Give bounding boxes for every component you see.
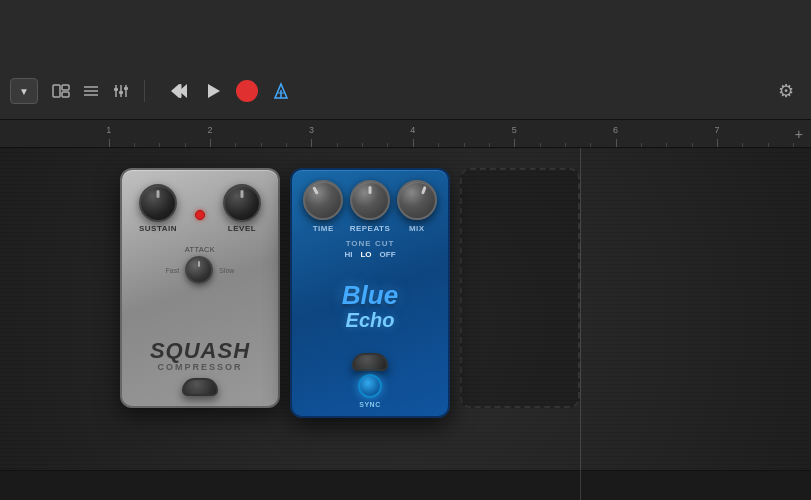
sync-label: Sync xyxy=(359,401,380,408)
connector-strip xyxy=(0,470,811,500)
tone-lo-option[interactable]: LO xyxy=(360,250,371,259)
echo-brand: Blue Echo xyxy=(342,281,398,332)
level-knob[interactable] xyxy=(223,184,261,222)
attack-row: Fast Slow xyxy=(166,256,235,284)
ruler: + 12345678 xyxy=(0,120,811,148)
squash-brand-sub: COMPRESSOR xyxy=(150,362,250,372)
rewind-button[interactable] xyxy=(165,77,193,105)
pedalboard: SUSTAIN LEVEL ATTACK Fast Slow xyxy=(0,148,811,500)
record-indicator xyxy=(236,80,258,102)
empty-pedal-slot xyxy=(460,168,580,408)
play-button[interactable] xyxy=(199,77,227,105)
echo-footswitch[interactable] xyxy=(352,353,388,371)
level-knob-group: LEVEL xyxy=(223,184,261,233)
svg-rect-10 xyxy=(119,91,123,94)
time-knob[interactable] xyxy=(303,180,343,220)
mix-label: Mix xyxy=(409,224,425,233)
level-label: LEVEL xyxy=(228,224,256,233)
attack-knob[interactable] xyxy=(185,256,213,284)
svg-rect-9 xyxy=(114,88,118,91)
repeats-knob-group: Repeats xyxy=(350,180,391,233)
echo-top-row: Time Repeats Mix xyxy=(300,180,440,233)
svg-rect-1 xyxy=(62,85,69,90)
tone-off-option[interactable]: OFF xyxy=(380,250,396,259)
view-controls xyxy=(48,78,134,104)
tone-cut-options: HI LO OFF xyxy=(344,250,395,259)
mix-knob-group: Mix xyxy=(397,180,437,233)
tone-cut-label: TONE CUT xyxy=(346,239,395,248)
time-knob-group: Time xyxy=(303,180,343,233)
svg-marker-12 xyxy=(171,84,179,98)
repeats-label: Repeats xyxy=(350,224,391,233)
echo-sync-row: Sync xyxy=(352,353,388,408)
transport-controls xyxy=(165,77,295,105)
squash-brand-name: SQUASH xyxy=(150,340,250,362)
svg-rect-11 xyxy=(124,87,128,90)
tone-hi-option[interactable]: HI xyxy=(344,250,352,259)
record-button[interactable] xyxy=(233,77,261,105)
svg-rect-2 xyxy=(62,92,69,97)
squash-compressor-pedal[interactable]: SUSTAIN LEVEL ATTACK Fast Slow xyxy=(120,168,280,408)
toolbar-divider-1 xyxy=(144,80,145,102)
toolbar: ▼ xyxy=(0,0,811,120)
repeats-knob[interactable] xyxy=(350,180,390,220)
sync-button[interactable] xyxy=(358,374,382,398)
fast-label: Fast xyxy=(166,267,180,274)
gear-icon: ⚙ xyxy=(778,80,794,102)
chevron-down-icon: ▼ xyxy=(19,86,29,97)
attack-title: ATTACK xyxy=(166,245,235,254)
svg-marker-15 xyxy=(208,84,220,98)
led-indicator xyxy=(195,210,205,220)
led-group xyxy=(195,196,205,233)
metronome-button[interactable] xyxy=(267,77,295,105)
dropdown-button[interactable]: ▼ xyxy=(10,78,38,104)
echo-brand-area: Blue Echo xyxy=(300,259,440,353)
timeline-line xyxy=(580,148,581,500)
sustain-knob-group: SUSTAIN xyxy=(139,184,177,233)
squash-footswitch[interactable] xyxy=(182,378,218,396)
svg-rect-0 xyxy=(53,85,60,97)
mix-knob[interactable] xyxy=(397,180,437,220)
time-label: Time xyxy=(313,224,334,233)
pedals-area: SUSTAIN LEVEL ATTACK Fast Slow xyxy=(120,168,580,418)
mixer-icon[interactable] xyxy=(108,78,134,104)
list-icon[interactable] xyxy=(78,78,104,104)
slow-label: Slow xyxy=(219,267,234,274)
sustain-knob[interactable] xyxy=(139,184,177,222)
echo-brand-blue: Blue xyxy=(342,281,398,310)
view-icon-1[interactable] xyxy=(48,78,74,104)
blue-echo-pedal[interactable]: Time Repeats Mix TONE CUT HI LO OFF xyxy=(290,168,450,418)
toolbar-inner: ▼ xyxy=(0,71,811,111)
squash-top-row: SUSTAIN LEVEL xyxy=(130,184,270,233)
echo-brand-echo: Echo xyxy=(342,309,398,331)
squash-brand: SQUASH COMPRESSOR xyxy=(150,340,250,372)
settings-button[interactable]: ⚙ xyxy=(771,76,801,106)
sustain-label: SUSTAIN xyxy=(139,224,177,233)
